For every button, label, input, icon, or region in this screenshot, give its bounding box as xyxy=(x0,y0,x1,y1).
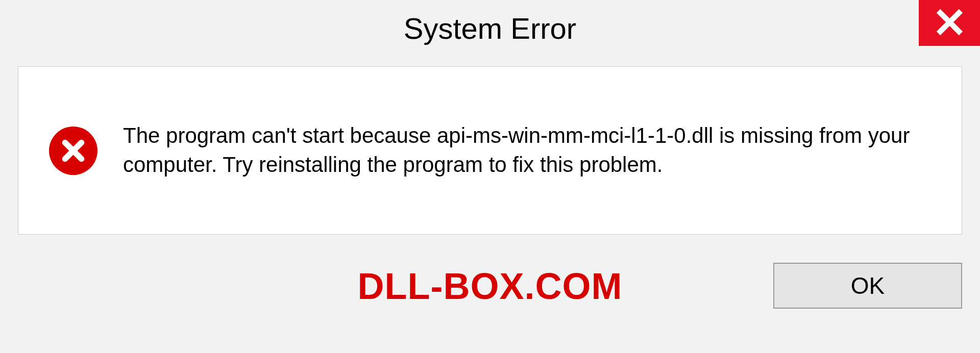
footer: DLL-BOX.COM OK xyxy=(18,235,962,337)
error-icon xyxy=(49,127,97,175)
content-panel: The program can't start because api-ms-w… xyxy=(18,66,962,235)
error-message: The program can't start because api-ms-w… xyxy=(123,121,931,179)
close-button[interactable] xyxy=(919,0,980,46)
close-icon xyxy=(936,8,964,38)
watermark-text: DLL-BOX.COM xyxy=(358,265,623,307)
ok-button[interactable]: OK xyxy=(773,263,962,309)
titlebar: System Error xyxy=(0,0,980,56)
window-title: System Error xyxy=(404,11,576,45)
